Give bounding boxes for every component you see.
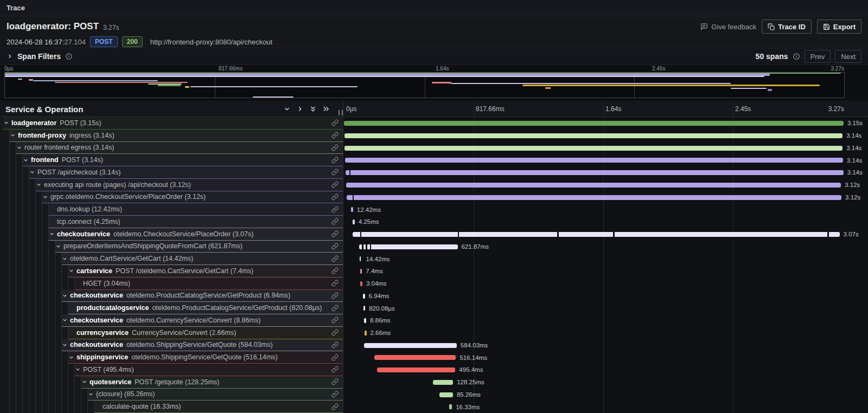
collapse-caret-icon[interactable]	[62, 342, 70, 348]
span-row-20[interactable]: shippingserviceoteldemo.ShippingService/…	[0, 351, 868, 364]
span-row-1[interactable]: loadgeneratorPOST (3.15s)3.15s	[0, 117, 868, 130]
span-link-icon[interactable]	[331, 206, 339, 213]
trace-id-button[interactable]: Trace ID	[762, 20, 812, 34]
span-bar[interactable]	[363, 306, 366, 311]
span-link-icon[interactable]	[331, 230, 339, 237]
collapse-caret-icon[interactable]	[3, 120, 11, 126]
span-bar[interactable]	[345, 158, 843, 163]
span-link-icon[interactable]	[331, 403, 339, 410]
span-link-icon[interactable]	[331, 157, 339, 164]
collapse-caret-icon[interactable]	[62, 317, 70, 323]
expand-one-icon[interactable]	[296, 105, 304, 113]
span-row-19[interactable]: checkoutserviceoteldemo.ShippingService/…	[0, 339, 868, 352]
collapse-caret-icon[interactable]	[55, 243, 63, 249]
span-bar[interactable]	[360, 256, 362, 261]
span-link-icon[interactable]	[331, 354, 339, 361]
span-link-icon[interactable]	[331, 329, 339, 336]
span-row-14[interactable]: HGET (3.04ms)3.04ms	[0, 278, 868, 290]
span-link-icon[interactable]	[331, 280, 339, 287]
span-row-21[interactable]: POST (495.4ms)495.4ms	[0, 364, 868, 376]
collapse-caret-icon[interactable]	[42, 194, 50, 200]
span-bar[interactable]	[353, 220, 355, 224]
span-link-icon[interactable]	[331, 181, 339, 188]
collapse-one-icon[interactable]	[283, 105, 291, 113]
span-link-icon[interactable]	[331, 169, 339, 176]
collapse-caret-icon[interactable]	[29, 169, 37, 175]
span-link-icon[interactable]	[331, 366, 339, 373]
span-filters-toggle[interactable]: Span Filters	[7, 52, 73, 61]
span-bar[interactable]	[449, 404, 452, 409]
span-bar[interactable]	[374, 355, 456, 360]
span-bar[interactable]	[344, 146, 843, 151]
span-link-icon[interactable]	[331, 267, 339, 274]
info-icon[interactable]	[65, 53, 73, 60]
collapse-caret-icon[interactable]	[62, 256, 70, 262]
span-bar[interactable]	[344, 121, 844, 126]
span-row-5[interactable]: POST /api/checkout (3.14s)3.14s	[0, 166, 868, 179]
collapse-caret-icon[interactable]	[75, 366, 83, 372]
span-row-18[interactable]: currencyserviceCurrencyService/Convert (…	[0, 327, 868, 339]
span-link-icon[interactable]	[331, 144, 339, 151]
span-row-10[interactable]: checkoutserviceoteldemo.CheckoutService/…	[0, 228, 868, 241]
span-bar[interactable]	[359, 244, 458, 249]
span-link-icon[interactable]	[331, 391, 339, 398]
span-bar[interactable]	[344, 133, 843, 138]
give-feedback-link[interactable]: Give feedback	[700, 23, 756, 31]
collapse-caret-icon[interactable]	[88, 391, 96, 397]
collapse-caret-icon[interactable]	[62, 293, 70, 299]
export-button[interactable]: Export	[817, 20, 861, 34]
collapse-caret-icon[interactable]	[81, 379, 90, 385]
span-row-3[interactable]: router frontend egress (3.14s)3.14s	[0, 142, 868, 154]
collapse-caret-icon[interactable]	[23, 157, 31, 163]
span-row-15[interactable]: checkoutserviceoteldemo.ProductCatalogSe…	[0, 290, 868, 302]
span-link-icon[interactable]	[331, 119, 339, 126]
minimap-viewport[interactable]	[4, 72, 845, 98]
span-row-22[interactable]: quoteservicePOST /getquote (128.25ms)128…	[0, 376, 868, 389]
span-row-9[interactable]: tcp.connect (4.25ms)4.25ms	[0, 216, 868, 228]
span-row-8[interactable]: dns.lookup (12.42ms)12.42ms	[0, 203, 868, 216]
span-row-23[interactable]: {closure} (85.26ms)85.26ms	[0, 389, 868, 401]
collapse-caret-icon[interactable]	[36, 182, 44, 188]
span-bar[interactable]	[365, 331, 367, 335]
span-bar[interactable]	[377, 367, 456, 372]
span-link-icon[interactable]	[331, 341, 339, 349]
collapse-caret-icon[interactable]	[68, 268, 76, 274]
span-bar[interactable]	[346, 170, 844, 175]
span-row-13[interactable]: cartservicePOST /oteldemo.CartService/Ge…	[0, 265, 868, 278]
span-bar[interactable]	[364, 343, 457, 348]
span-link-icon[interactable]	[331, 193, 339, 201]
expand-all-icon[interactable]	[322, 105, 330, 113]
span-bar[interactable]	[346, 183, 841, 188]
span-link-icon[interactable]	[331, 243, 339, 250]
span-link-icon[interactable]	[331, 305, 339, 312]
span-row-4[interactable]: frontendPOST (3.14s)3.14s	[0, 154, 868, 166]
span-row-7[interactable]: grpc.oteldemo.CheckoutService/PlaceOrder…	[0, 191, 868, 204]
collapse-all-icon[interactable]	[309, 105, 317, 113]
prev-span-button[interactable]: Prev	[805, 50, 831, 63]
span-link-icon[interactable]	[331, 378, 339, 385]
span-bar[interactable]	[351, 207, 353, 212]
collapse-caret-icon[interactable]	[68, 354, 76, 360]
span-link-icon[interactable]	[331, 317, 339, 324]
span-bar[interactable]	[433, 380, 453, 385]
span-bar[interactable]	[364, 318, 366, 323]
collapse-caret-icon[interactable]	[10, 132, 18, 138]
span-row-24[interactable]: calculate-quote (16.33ms)16.33ms	[0, 401, 868, 413]
span-row-2[interactable]: frontend-proxyingress (3.14s)3.14s	[0, 130, 868, 142]
span-bar[interactable]	[360, 269, 362, 274]
info-icon[interactable]	[793, 53, 800, 60]
span-row-6[interactable]: executing api route (pages) /api/checkou…	[0, 179, 868, 191]
span-link-icon[interactable]	[331, 255, 339, 262]
span-link-icon[interactable]	[331, 218, 339, 225]
next-span-button[interactable]: Next	[835, 50, 861, 63]
span-row-16[interactable]: productcatalogserviceoteldemo.ProductCat…	[0, 302, 868, 314]
span-row-17[interactable]: checkoutserviceoteldemo.CurrencyService/…	[0, 314, 868, 327]
collapse-caret-icon[interactable]	[16, 145, 24, 151]
span-row-11[interactable]: prepareOrderItemsAndShippingQuoteFromCar…	[0, 241, 868, 253]
span-bar[interactable]	[439, 392, 453, 397]
collapse-caret-icon[interactable]	[49, 231, 57, 237]
span-bar[interactable]	[353, 232, 840, 237]
span-row-12[interactable]: oteldemo.CartService/GetCart (14.42ms)14…	[0, 253, 868, 265]
span-bar[interactable]	[347, 195, 841, 200]
span-bar[interactable]	[363, 294, 365, 299]
